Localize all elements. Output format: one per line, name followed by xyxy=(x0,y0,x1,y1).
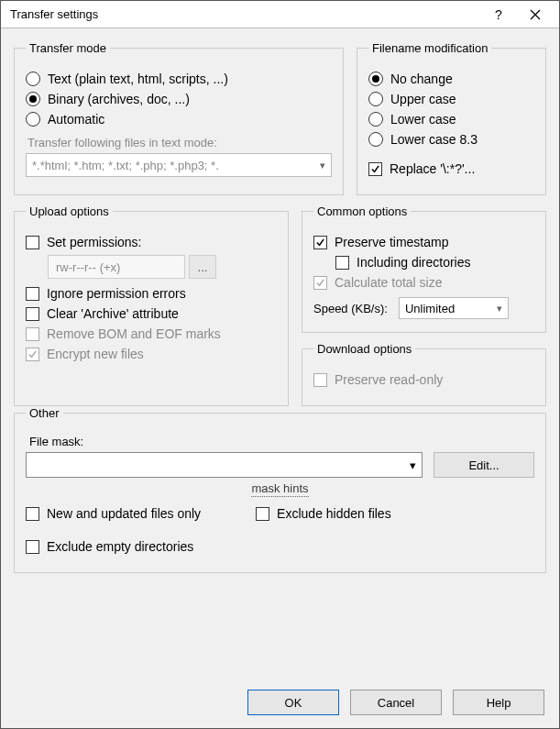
radio-label: Automatic xyxy=(48,112,104,127)
check-preserve-timestamp[interactable]: Preserve timestamp xyxy=(313,235,534,249)
radio-label: No change xyxy=(390,72,453,86)
button-label: Edit... xyxy=(468,458,499,472)
radio-no-change[interactable]: No change xyxy=(368,72,534,86)
radio-icon xyxy=(26,72,40,86)
button-label: Help xyxy=(487,696,511,710)
dialog-window: Transfer settings ? Transfer mode Text (… xyxy=(0,0,560,729)
ok-button[interactable]: OK xyxy=(247,690,339,715)
speed-combo[interactable]: Unlimited ▾ xyxy=(399,297,509,319)
upload-options-legend: Upload options xyxy=(26,204,113,218)
radio-icon xyxy=(26,112,40,127)
window-title: Transfer settings xyxy=(10,7,480,21)
radio-binary[interactable]: Binary (archives, doc, ...) xyxy=(26,92,332,106)
filename-modification-group: Filename modification No change Upper ca… xyxy=(357,41,546,195)
checkbox-icon xyxy=(26,540,39,554)
check-set-permissions[interactable]: Set permissions: xyxy=(26,235,277,249)
button-label: ... xyxy=(198,260,208,274)
file-mask-label: File mask: xyxy=(29,435,534,448)
checkbox-label: Exclude empty directories xyxy=(47,539,193,554)
radio-automatic[interactable]: Automatic xyxy=(26,112,332,127)
cancel-button[interactable]: Cancel xyxy=(350,690,442,715)
other-legend: Other xyxy=(26,406,63,420)
permissions-value: rw-r--r-- (+x) xyxy=(56,260,120,274)
check-replace-chars[interactable]: Replace '\:*?'... xyxy=(368,161,534,176)
checkbox-label: Preserve read-only xyxy=(335,372,443,387)
check-ignore-permission-errors[interactable]: Ignore permission errors xyxy=(26,286,277,301)
check-new-updated-only[interactable]: New and updated files only xyxy=(26,506,201,521)
radio-icon xyxy=(368,72,383,86)
checkbox-icon xyxy=(368,162,382,176)
check-calculate-total-size: Calculate total size xyxy=(313,275,534,290)
button-label: Cancel xyxy=(378,696,414,710)
radio-label: Lower case xyxy=(390,112,456,127)
checkbox-icon xyxy=(26,507,39,521)
check-remove-bom: Remove BOM and EOF marks xyxy=(26,326,277,341)
radio-icon xyxy=(368,112,383,127)
checkbox-label: Replace '\:*?'... xyxy=(390,161,475,176)
radio-icon xyxy=(26,92,40,106)
permissions-browse-button: ... xyxy=(189,255,216,279)
content-area: Transfer mode Text (plain text, html, sc… xyxy=(1,28,559,680)
other-group: Other File mask: ▾ Edit... mask hints xyxy=(14,406,546,573)
radio-text[interactable]: Text (plain text, html, scripts, ...) xyxy=(26,72,332,86)
checkbox-label: Preserve timestamp xyxy=(335,235,448,249)
checkbox-icon xyxy=(26,236,39,249)
check-preserve-readonly: Preserve read-only xyxy=(313,372,534,387)
radio-lower-case[interactable]: Lower case xyxy=(368,112,534,127)
common-options-legend: Common options xyxy=(313,204,411,218)
upload-options-group: Upload options Set permissions: rw-r--r-… xyxy=(14,204,289,406)
radio-icon xyxy=(368,92,383,106)
titlebar: Transfer settings ? xyxy=(1,1,559,28)
radio-label: Text (plain text, html, scripts, ...) xyxy=(48,72,228,86)
file-mask-combo[interactable]: ▾ xyxy=(26,452,423,478)
combo-value: Unlimited xyxy=(405,302,455,315)
checkbox-icon xyxy=(26,307,39,321)
radio-icon xyxy=(368,132,383,147)
transfer-mode-legend: Transfer mode xyxy=(26,41,110,55)
download-options-legend: Download options xyxy=(313,342,415,356)
dialog-footer: OK Cancel Help xyxy=(1,680,559,728)
radio-label: Lower case 8.3 xyxy=(390,132,478,147)
checkbox-label: Encrypt new files xyxy=(47,347,144,361)
checkbox-icon xyxy=(26,348,39,361)
checkbox-icon xyxy=(313,276,327,290)
button-label: OK xyxy=(285,696,302,710)
download-options-group: Download options Preserve read-only xyxy=(302,342,546,406)
radio-upper-case[interactable]: Upper case xyxy=(368,92,534,106)
checkbox-label: Including directories xyxy=(357,255,471,270)
checkbox-label: Set permissions: xyxy=(47,235,141,249)
transfer-mode-hint: Transfer following files in text mode: xyxy=(27,136,332,149)
chevron-down-icon: ▾ xyxy=(497,303,502,315)
check-exclude-hidden[interactable]: Exclude hidden files xyxy=(256,506,391,521)
common-options-group: Common options Preserve timestamp Includ… xyxy=(302,204,546,333)
chevron-down-icon: ▾ xyxy=(320,160,325,171)
checkbox-label: Exclude hidden files xyxy=(277,506,391,521)
text-mode-patterns-combo: *.*html; *.htm; *.txt; *.php; *.php3; *.… xyxy=(26,153,332,177)
checkbox-icon xyxy=(256,507,269,521)
checkbox-label: Ignore permission errors xyxy=(47,286,186,301)
help-button[interactable]: Help xyxy=(453,690,544,715)
checkbox-icon xyxy=(313,236,327,249)
edit-button[interactable]: Edit... xyxy=(434,452,534,478)
radio-label: Binary (archives, doc, ...) xyxy=(48,92,190,106)
checkbox-icon xyxy=(26,287,39,301)
radio-lower-case-83[interactable]: Lower case 8.3 xyxy=(368,132,534,147)
mask-hints-link[interactable]: mask hints xyxy=(251,481,308,497)
help-icon[interactable]: ? xyxy=(480,2,517,28)
checkbox-label: Remove BOM and EOF marks xyxy=(47,326,221,341)
permissions-input: rw-r--r-- (+x) xyxy=(48,255,185,279)
speed-label: Speed (KB/s): xyxy=(313,302,388,315)
checkbox-icon xyxy=(335,256,349,270)
check-clear-archive[interactable]: Clear 'Archive' attribute xyxy=(26,306,277,321)
checkbox-icon xyxy=(313,373,327,387)
filename-modification-legend: Filename modification xyxy=(368,41,491,55)
combo-value: *.*html; *.htm; *.txt; *.php; *.php3; *. xyxy=(32,159,219,172)
transfer-mode-group: Transfer mode Text (plain text, html, sc… xyxy=(14,41,344,195)
checkbox-icon xyxy=(26,327,39,341)
check-including-directories[interactable]: Including directories xyxy=(335,255,534,270)
close-icon[interactable] xyxy=(517,2,554,28)
check-exclude-empty-dirs[interactable]: Exclude empty directories xyxy=(26,539,201,554)
chevron-down-icon: ▾ xyxy=(410,458,416,472)
checkbox-label: New and updated files only xyxy=(47,506,201,521)
checkbox-label: Clear 'Archive' attribute xyxy=(47,306,179,321)
